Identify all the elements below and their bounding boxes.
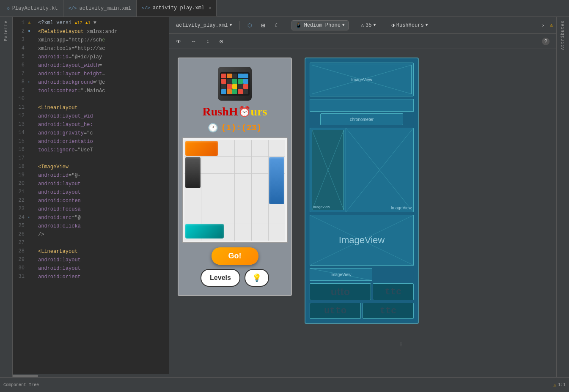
bp-btn2-label: ttc bbox=[385, 287, 402, 297]
logo-grid bbox=[220, 72, 250, 96]
bp-chrono-wrap: chronometer bbox=[310, 113, 414, 125]
question-icon: ? bbox=[542, 38, 550, 45]
tab-label: PlayActivity.kt bbox=[12, 5, 58, 11]
resize-button[interactable]: ↔ bbox=[188, 37, 200, 46]
levels-button[interactable]: Levels bbox=[201, 269, 240, 287]
kotlin-icon: ◇ bbox=[7, 5, 10, 11]
component-tree-label: Component Tree bbox=[3, 383, 39, 387]
h-text: H bbox=[229, 105, 238, 118]
toolbar-right: › ⚠ bbox=[539, 21, 553, 30]
game-grid bbox=[184, 140, 285, 241]
lasso-button[interactable]: ⊗ bbox=[216, 37, 227, 46]
eye-button[interactable]: 👁 bbox=[173, 37, 184, 46]
code-content[interactable]: <?xml versi ▲17 ▲1 ▼ <RelativeLayout xml… bbox=[35, 17, 169, 374]
bp-bottom-btn-2: ttc bbox=[363, 303, 414, 319]
gutter-icons: ⚠ ● ▪ ▪ bbox=[28, 17, 35, 374]
bottom-right: ⚠ 1:1 bbox=[553, 382, 566, 388]
bp-middle: chronometer bbox=[310, 99, 414, 125]
expand-button[interactable]: › bbox=[539, 21, 547, 30]
device-label: Medium Phone bbox=[304, 22, 340, 28]
theme-label: RushHours bbox=[396, 22, 424, 28]
api-icon: △ bbox=[361, 22, 364, 28]
phone-design-preview: Rush H ⏰ urs 🕐 (1):(23) bbox=[178, 58, 292, 296]
theme-icon: ◑ bbox=[392, 22, 395, 28]
attributes-panel: Attributes bbox=[556, 17, 569, 377]
bottom-bar: Component Tree ⚠ 1:1 bbox=[0, 377, 569, 392]
game-grid-container[interactable] bbox=[182, 137, 288, 243]
ours-text: urs bbox=[251, 105, 267, 118]
bp-imageview-small-label: ImageView bbox=[330, 272, 351, 277]
palette-label: Palette bbox=[4, 20, 8, 41]
bp-imageview-2: ImageView bbox=[312, 130, 344, 210]
bp-title-bar bbox=[310, 99, 414, 112]
toolbar-sep-1 bbox=[239, 21, 240, 30]
bp-bottom-btn-1: utto bbox=[310, 303, 361, 319]
api-selector[interactable]: △ 35 ▼ bbox=[357, 20, 379, 30]
api-chevron-icon: ▼ bbox=[374, 23, 376, 27]
cars-overlay bbox=[184, 140, 285, 241]
timer-value: (1):(23) bbox=[221, 123, 261, 133]
tab-play-activity[interactable]: ◇ PlayActivity.kt bbox=[2, 0, 63, 16]
warning-icon: ⚠ bbox=[550, 22, 553, 28]
tab-activity-main[interactable]: </> activity_main.xml bbox=[63, 0, 137, 16]
bp-bottom-btn1-label: utto bbox=[324, 306, 346, 316]
app-logo bbox=[218, 67, 252, 101]
design-icon: ⬡ bbox=[247, 22, 252, 28]
bp-imageview-small: ImageView bbox=[310, 268, 372, 281]
night-mode-button[interactable]: ☾ bbox=[271, 21, 283, 30]
code-editor: 12345 678910 1112131415 1617181920 21222… bbox=[13, 17, 169, 377]
bp-game-area: ImageView ImageView bbox=[310, 128, 414, 212]
resize-icon: ↔ bbox=[191, 38, 196, 44]
resize-handle[interactable]: ⟋ bbox=[396, 340, 405, 348]
go-button[interactable]: Go! bbox=[212, 247, 258, 265]
tab-close-button[interactable]: ✕ bbox=[209, 5, 211, 11]
device-chevron-icon: ▼ bbox=[342, 23, 345, 27]
bp-buttons: utto ttc bbox=[310, 283, 414, 300]
design-toolbar: activity_play.xml ▼ ⬡ ⊞ ☾ 📱 Medium Phone… bbox=[169, 17, 556, 34]
theme-selector[interactable]: ◑ RushHours ▼ bbox=[388, 20, 432, 30]
bp-btn1-label: utto bbox=[331, 286, 350, 298]
api-label: 35 bbox=[366, 22, 371, 28]
preview-canvas[interactable]: Rush H ⏰ urs 🕐 (1):(23) bbox=[169, 49, 556, 377]
bp-chronometer: chronometer bbox=[320, 113, 404, 125]
tab-activity-play[interactable]: </> activity_play.xml ✕ bbox=[137, 0, 217, 16]
device-selector[interactable]: 📱 Medium Phone ▼ bbox=[291, 20, 348, 30]
blueprint-icon: ⊞ bbox=[261, 22, 265, 28]
warning-indicator[interactable]: ⚠ bbox=[550, 22, 553, 28]
help-button[interactable]: ? bbox=[539, 36, 553, 47]
bp-button-1: utto bbox=[310, 283, 371, 300]
hint-button[interactable]: 💡 bbox=[245, 269, 269, 287]
file-label: activity_play.xml bbox=[176, 22, 228, 28]
tab-label-2: activity_main.xml bbox=[79, 5, 131, 11]
bp-imageview-large-2: ImageView bbox=[346, 128, 413, 212]
toolbar-sep-2 bbox=[287, 21, 287, 30]
bp-imageview-label-1: ImageView bbox=[351, 77, 372, 82]
file-selector[interactable]: activity_play.xml ▼ bbox=[173, 21, 235, 30]
design-area: activity_play.xml ▼ ⬡ ⊞ ☾ 📱 Medium Phone… bbox=[169, 17, 556, 377]
line-numbers: 12345 678910 1112131415 1617181920 21222… bbox=[13, 17, 28, 374]
bp-imageview-bottom: ImageView bbox=[310, 215, 414, 266]
bp-imageview-label-3: ImageView bbox=[391, 206, 412, 210]
main-area: Palette 12345 678910 1112131415 16171819… bbox=[0, 17, 569, 377]
timer-display: 🕐 (1):(23) bbox=[208, 123, 261, 133]
design-view-button[interactable]: ⬡ bbox=[244, 21, 255, 30]
bp-imageview-top: ImageView bbox=[310, 63, 414, 96]
bp-button-2: ttc bbox=[373, 283, 414, 300]
bp-bottom-buttons: utto ttc bbox=[310, 303, 414, 319]
timer-icon: 🕐 bbox=[208, 123, 218, 133]
horizontal-scrollbar[interactable] bbox=[13, 374, 169, 377]
toolbar-sep-3 bbox=[353, 21, 353, 30]
vertical-resize-button[interactable]: ↕ bbox=[203, 37, 212, 46]
tab-bar: ◇ PlayActivity.kt </> activity_main.xml … bbox=[0, 0, 569, 17]
rush-text: Rush bbox=[203, 105, 229, 118]
car-teal bbox=[185, 224, 223, 239]
attributes-label: Attributes bbox=[561, 20, 565, 50]
vertical-icon: ↕ bbox=[206, 38, 209, 44]
bp-imageview-large-label: ImageView bbox=[339, 235, 385, 246]
blueprint-preview: ImageView chronometer bbox=[305, 58, 419, 324]
tab-label-3: activity_play.xml bbox=[153, 5, 204, 11]
bottom-warning-icon: ⚠ bbox=[553, 382, 556, 388]
blueprint-toggle-button[interactable]: ⊞ bbox=[258, 21, 269, 30]
toolbar-sep-4 bbox=[384, 21, 384, 30]
palette-panel: Palette bbox=[0, 17, 13, 377]
